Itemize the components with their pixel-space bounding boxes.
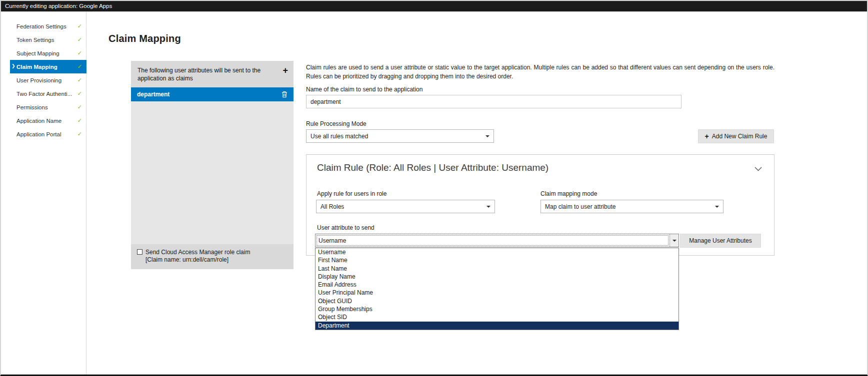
sidebar-item-label: User Provisioning [16,77,62,83]
attributes-panel-header: The following user attributes will be se… [131,61,294,87]
claim-mapping-mode-value: Map claim to user attribute [545,203,616,210]
rule-processing-mode-value: Use all rules matched [310,133,368,140]
chevron-down-icon [672,240,676,244]
sidebar-item-application-name[interactable]: ❯ Application Name ✓ [10,114,86,127]
application-window: Currently editing application: Google Ap… [0,0,868,376]
check-icon: ✓ [78,90,82,97]
collapse-rule-chevron-icon[interactable] [754,166,762,173]
role-claim-label: Send Cloud Access Manager role claim [146,249,250,256]
option-email-address[interactable]: Email Address [316,281,678,289]
page-title: Claim Mapping [108,33,181,44]
rule-processing-mode-label: Rule Processing Mode [306,120,366,127]
check-icon: ✓ [78,131,82,137]
check-icon: ✓ [78,36,82,43]
check-icon: ✓ [78,50,82,56]
claim-name-input[interactable] [306,95,682,108]
role-claim-name-note: [Claim name: urn:dell/cam/role] [137,256,288,264]
sidebar-item-application-portal[interactable]: ❯ Application Portal ✓ [10,127,86,141]
attribute-list-empty-area [131,101,294,244]
add-attribute-icon[interactable]: + [282,64,288,76]
attributes-panel-header-text: The following user attributes will be se… [138,67,260,82]
sidebar-item-claim-mapping[interactable]: ❯ Claim Mapping ✓ [10,60,86,73]
role-claim-checkbox[interactable] [137,249,142,255]
settings-sidebar: ❯ Federation Settings ✓ ❯ Token Settings… [1,11,86,375]
claim-mapping-mode-select[interactable]: Map claim to user attribute [540,200,724,213]
sidebar-item-label: Permissions [16,104,48,110]
sidebar-item-federation-settings[interactable]: ❯ Federation Settings ✓ [10,19,86,33]
check-icon: ✓ [78,77,82,83]
combobox-dropdown-button[interactable] [670,234,678,247]
attribute-item-label: department [137,91,170,98]
option-display-name[interactable]: Display Name [316,273,678,281]
claim-rule-title: Claim Rule (Role: All Roles | User Attri… [317,162,548,173]
sidebar-item-permissions[interactable]: ❯ Permissions ✓ [10,100,86,114]
sidebar-item-token-settings[interactable]: ❯ Token Settings ✓ [10,33,86,46]
plus-icon: + [705,132,709,140]
claim-name-label: Name of the claim to send to the applica… [306,86,422,93]
chevron-down-icon [486,135,490,139]
currently-editing-text: Currently editing application: Google Ap… [5,3,112,9]
chevron-down-icon [715,206,719,210]
check-icon: ✓ [78,117,82,124]
add-new-claim-rule-button[interactable]: + Add New Claim Rule [698,129,774,143]
user-attribute-label: User attribute to send [317,224,374,231]
option-group-memberships[interactable]: Group Memberships [316,305,678,313]
sidebar-item-label: Application Name [16,118,62,124]
rule-processing-mode-select[interactable]: Use all rules matched [306,129,494,143]
role-select-value: All Roles [320,203,344,210]
user-attributes-panel: The following user attributes will be se… [131,61,294,269]
manage-user-attributes-button[interactable]: Manage User Attributes [680,234,761,248]
check-icon: ✓ [78,104,82,110]
check-icon: ✓ [78,63,82,70]
currently-editing-banner: Currently editing application: Google Ap… [1,1,867,11]
user-attribute-input[interactable] [316,234,670,247]
option-department[interactable]: Department [316,322,678,330]
user-attribute-combobox[interactable] [315,234,679,247]
option-object-sid[interactable]: Object SID [316,313,678,321]
sidebar-item-label: Two Factor Authenti... [16,91,72,97]
option-first-name[interactable]: First Name [316,256,678,264]
claim-rules-description: Claim rules are used to send a user attr… [306,63,774,81]
claim-mapping-mode-label: Claim mapping mode [540,190,597,197]
sidebar-item-subject-mapping[interactable]: ❯ Subject Mapping ✓ [10,46,86,60]
role-select[interactable]: All Roles [316,200,495,213]
option-username[interactable]: Username [316,248,678,256]
option-last-name[interactable]: Last Name [316,265,678,273]
sidebar-item-two-factor-authentication[interactable]: ❯ Two Factor Authenti... ✓ [10,87,86,100]
sidebar-item-label: Subject Mapping [16,50,60,56]
check-icon: ✓ [78,23,82,29]
option-object-guid[interactable]: Object GUID [316,297,678,305]
apply-rule-role-label: Apply rule for users in role [317,190,386,197]
sidebar-item-label: Claim Mapping [16,64,58,70]
add-new-claim-rule-label: Add New Claim Rule [712,133,768,140]
role-claim-section: Send Cloud Access Manager role claim [Cl… [131,244,294,269]
sidebar-item-label: Federation Settings [16,23,66,29]
chevron-down-icon [486,206,490,210]
manage-user-attributes-label: Manage User Attributes [689,237,752,244]
option-user-principal-name[interactable]: User Principal Name [316,289,678,297]
attribute-list-item-department[interactable]: department [131,87,294,101]
chevron-right-icon: ❯ [12,63,16,68]
sidebar-item-user-provisioning[interactable]: ❯ User Provisioning ✓ [10,73,86,87]
sidebar-item-label: Application Portal [16,131,62,137]
user-attribute-options-list: Username First Name Last Name Display Na… [315,248,679,330]
delete-attribute-icon[interactable] [282,91,288,98]
sidebar-item-label: Token Settings [16,37,54,43]
